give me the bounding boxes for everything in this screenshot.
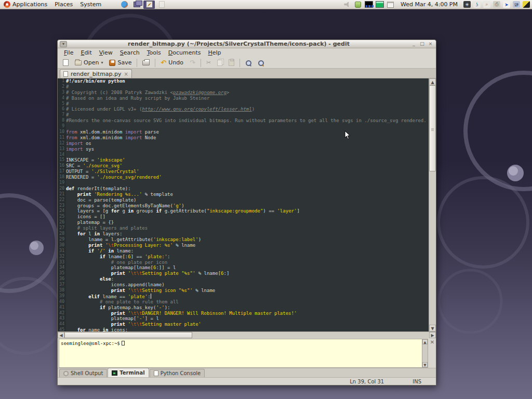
tab-terminal-label: Terminal — [119, 370, 144, 376]
code-line: 45 for name in icons: — [58, 327, 429, 331]
display-tray-icon[interactable] — [523, 1, 530, 8]
memory-monitor-applet[interactable] — [376, 1, 384, 8]
search-tray-icon[interactable]: ⌕ — [483, 1, 490, 8]
printer-tray-icon[interactable]: ⎙ — [493, 1, 500, 8]
cursor-position: Ln 39, Col 31 — [350, 379, 384, 384]
menu-documents[interactable]: Documents — [165, 49, 204, 57]
panel-tray: Wed Mar 4, 4:00 PM ✳ ʖ ⌕ ⎙ ➤ 🖳 — [343, 0, 532, 9]
vertical-scrollbar[interactable]: ▲ ▼ — [429, 78, 436, 331]
mouse-cursor — [344, 130, 351, 140]
applications-menu[interactable]: Applications — [0, 0, 51, 9]
document-tabbar: render_bitmap.py × — [58, 69, 436, 78]
volume-tray-icon[interactable] — [343, 1, 351, 8]
menu-file[interactable]: File — [61, 49, 76, 57]
scroll-left-icon[interactable]: ◀ — [58, 332, 64, 338]
code-line: 29 lname = l.getAttribute('inkscape:labe… — [58, 237, 429, 243]
firefox-launcher[interactable] — [118, 1, 130, 9]
new-document-launcher[interactable] — [156, 1, 167, 9]
print-button[interactable] — [140, 60, 152, 66]
vertical-scroll-thumb[interactable] — [429, 85, 436, 171]
redo-button[interactable]: ↷ — [188, 59, 197, 66]
cut-button[interactable]: ✂ — [204, 59, 213, 66]
paste-button[interactable] — [227, 59, 236, 66]
code-line: 36 else: — [58, 276, 429, 282]
bluetooth-tray-icon[interactable]: ʖ — [473, 1, 481, 8]
code-line: 24 layers = [g for g in groups if g.getA… — [58, 208, 429, 214]
window-list-launcher[interactable] — [131, 1, 142, 9]
terminal-icon — [112, 370, 117, 376]
open-button[interactable]: Open ▾ — [73, 59, 105, 66]
vertical-scroll-track[interactable] — [429, 85, 436, 325]
scroll-down-icon[interactable]: ▼ — [429, 325, 436, 331]
code-line: 10from xml.dom.minidom import parse — [58, 129, 429, 135]
horizontal-scrollbar[interactable]: ◀ ▶ — [58, 331, 436, 338]
applications-menu-label: Applications — [12, 1, 47, 8]
code-line: 40 # one plate to rule them all — [58, 299, 429, 305]
settings-tray-icon[interactable]: ✳ — [463, 1, 471, 8]
pointer-tray-icon[interactable]: ➤ — [503, 1, 510, 8]
terminal-scrollbar[interactable]: ▲ ▼ — [422, 339, 428, 368]
code-line: 13import sys — [58, 147, 429, 152]
editor[interactable]: 1#!/usr/bin/env python2#3# Copyright (c)… — [58, 78, 436, 331]
menubar: File Edit View Search Tools Documents He… — [58, 48, 436, 57]
window-menu-button[interactable]: ▾ — [60, 41, 67, 47]
tab-terminal[interactable]: Terminal — [108, 368, 149, 377]
toolbar-separator — [137, 59, 137, 67]
close-button[interactable]: × — [427, 41, 434, 47]
code-line: 26 platemap = {} — [58, 220, 429, 225]
scroll-up-icon[interactable]: ▲ — [429, 78, 436, 85]
gedit-launcher[interactable] — [143, 1, 155, 9]
code-line: 18RENDERED = './source_svg/rendered' — [58, 175, 429, 180]
tab-shell-output[interactable]: Shell Output — [59, 369, 107, 377]
terminal-scroll-down-icon[interactable]: ▼ — [422, 362, 428, 367]
code-area[interactable]: 1#!/usr/bin/env python2#3# Copyright (c)… — [58, 78, 429, 331]
cpu-monitor-applet[interactable] — [365, 1, 373, 8]
copy-button[interactable] — [215, 59, 224, 66]
document-tab[interactable]: render_bitmap.py × — [60, 69, 132, 78]
code-line: 42 print '\t\tDANGER! DANGER! Will Robin… — [58, 311, 429, 316]
titlebar[interactable]: ▾ render_bitmap.py (~/Projects/SilverCry… — [58, 40, 436, 48]
code-line: 3# Copyright (c) 2008 Patryk Zawadzki <p… — [58, 90, 429, 96]
clock[interactable]: Wed Mar 4, 4:00 PM — [397, 1, 461, 8]
find-icon — [245, 60, 251, 66]
calendar-icon[interactable] — [387, 1, 395, 8]
code-line: 21 print 'Rendering %s...' % template — [58, 192, 429, 197]
menu-help[interactable]: Help — [205, 49, 224, 57]
horizontal-scroll-track[interactable] — [64, 332, 429, 338]
terminal-output[interactable]: seeminglee@sml-xpc:~$ — [59, 339, 422, 368]
redo-icon: ↷ — [190, 60, 195, 66]
new-document-icon — [63, 59, 69, 66]
network-tray-icon[interactable]: 🖳 — [513, 1, 520, 8]
tab-python-console[interactable]: Python Console — [150, 369, 205, 377]
bottom-panel-close-icon[interactable]: ✕ — [429, 338, 436, 368]
code-line: 17OUTPUT = './SilverCrystal' — [58, 169, 429, 175]
code-line: 34 platemap[lname[6:]] = l — [58, 265, 429, 271]
new-button[interactable] — [61, 59, 71, 66]
firefox-icon — [121, 1, 128, 8]
maximize-button[interactable]: □ — [419, 41, 425, 47]
menu-view[interactable]: View — [96, 49, 116, 57]
undo-button[interactable]: ↶ Undo — [158, 59, 185, 66]
windows-icon — [134, 2, 140, 7]
wastebasket-tray-icon[interactable] — [354, 1, 362, 8]
horizontal-scroll-thumb[interactable] — [64, 332, 192, 338]
replace-button[interactable] — [256, 59, 266, 66]
top-panel: Applications Places System Wed Mar 4, 4:… — [0, 0, 532, 9]
code-line: 22 doc = parse(template) — [58, 197, 429, 203]
terminal-scroll-up-icon[interactable]: ▲ — [422, 339, 428, 344]
find-button[interactable] — [243, 59, 254, 66]
insert-mode: INS — [413, 379, 421, 384]
tab-close-icon[interactable]: × — [124, 71, 128, 77]
open-dropdown-icon[interactable]: ▾ — [101, 60, 103, 65]
system-menu[interactable]: System — [76, 0, 105, 9]
tab-file-icon — [63, 71, 68, 77]
scroll-right-icon[interactable]: ▶ — [429, 332, 436, 338]
open-folder-icon — [75, 60, 82, 65]
menu-tools[interactable]: Tools — [144, 49, 164, 57]
minimize-button[interactable]: _ — [410, 41, 417, 47]
save-button[interactable]: Save — [107, 59, 134, 66]
places-menu[interactable]: Places — [51, 0, 76, 9]
menu-search[interactable]: Search — [117, 49, 143, 57]
bottom-tabbar: Shell Output Terminal Python Console — [58, 368, 436, 377]
menu-edit[interactable]: Edit — [77, 49, 95, 57]
